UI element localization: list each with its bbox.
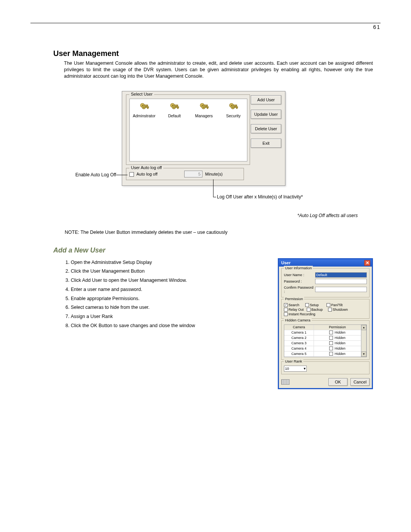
hidden-camera-legend: Hidden Camera xyxy=(284,318,312,322)
close-icon[interactable]: ✕ xyxy=(364,260,370,266)
permission-instant-recording[interactable]: Instant Recording xyxy=(284,312,318,316)
subsection-title: Add a New User xyxy=(53,246,373,254)
user-rank-select[interactable]: 10 ▾ xyxy=(284,366,307,372)
chevron-down-icon: ▾ xyxy=(304,366,306,371)
keys-icon xyxy=(139,101,150,112)
permission-label: Backup xyxy=(311,308,323,312)
scroll-down-icon[interactable]: ▾ xyxy=(361,351,366,357)
section-title: User Management xyxy=(53,49,373,58)
user-item[interactable]: Adminstrator xyxy=(133,101,156,118)
autolog-checkbox[interactable] xyxy=(129,172,134,177)
user-rank-value: 10 xyxy=(285,366,289,371)
permission-setup[interactable]: Setup xyxy=(305,303,325,307)
camera-header-name: Camera xyxy=(284,325,314,330)
user-info-legend: User Information xyxy=(284,266,313,270)
step-item: Select cameras to hide from the user. xyxy=(71,303,270,312)
checkbox-icon xyxy=(327,303,330,307)
confirm-password-input[interactable] xyxy=(315,287,367,292)
keys-icon xyxy=(228,101,239,112)
ok-button[interactable]: OK xyxy=(328,378,347,386)
svg-point-5 xyxy=(143,106,144,107)
permission-label: Setup xyxy=(310,303,319,307)
checkbox-icon xyxy=(329,341,333,345)
step-item: Click the User Management Button xyxy=(71,267,270,276)
step-item: Enable appropriate Permissions. xyxy=(71,294,270,304)
autolog-minutes-unit: Minute(s) xyxy=(205,172,223,176)
camera-permission-cell[interactable]: Hidden xyxy=(314,346,361,351)
camera-row: Camera 2Hidden xyxy=(284,335,361,341)
step-item: Assign a User Rank xyxy=(71,312,270,321)
camera-name: Camera 2 xyxy=(284,335,314,341)
camera-permission-label: Hidden xyxy=(335,347,346,350)
permission-legend: Permission xyxy=(284,297,304,301)
username-input[interactable]: Default xyxy=(315,272,367,278)
scroll-up-icon[interactable]: ▴ xyxy=(361,325,366,330)
checkbox-icon xyxy=(305,303,309,307)
camera-header-perm: Permission xyxy=(314,325,361,330)
permission-shutdown[interactable]: Shutdown xyxy=(328,308,348,312)
svg-rect-15 xyxy=(177,107,178,109)
permission-relay-out[interactable]: Relay Out xyxy=(284,308,305,312)
footnote-autolog: *Auto Log Off affects all users xyxy=(53,213,358,218)
permission-label: Shutdown xyxy=(333,308,348,312)
svg-rect-7 xyxy=(147,107,148,109)
callout-enable-autolog: Enable Auto Log Off xyxy=(75,172,116,177)
user-management-dialog: Select User AdminstratorDefaultManagersS… xyxy=(122,91,285,186)
select-user-legend: Select User xyxy=(129,92,154,96)
camera-permission-cell[interactable]: Hidden xyxy=(314,341,361,346)
checkbox-icon xyxy=(307,308,311,312)
camera-permission-cell[interactable]: Hidden xyxy=(314,335,361,341)
page-number: 61 xyxy=(30,24,381,30)
user-dialog: User ✕ User Information User Name : Defa… xyxy=(278,258,373,389)
svg-point-29 xyxy=(233,106,234,107)
password-input[interactable] xyxy=(315,279,367,284)
checkbox-icon xyxy=(329,331,333,334)
add-user-button[interactable]: Add User xyxy=(251,95,281,104)
permission-pan-tilt[interactable]: Pan/Tilt xyxy=(327,303,346,307)
checkbox-icon xyxy=(284,312,288,316)
scrollbar-track[interactable] xyxy=(361,330,366,351)
camera-row: Camera 5Hidden xyxy=(284,351,361,357)
user-item[interactable]: Default xyxy=(164,101,185,118)
select-user-list[interactable]: AdminstratorDefaultManagersSecurity xyxy=(129,99,247,161)
step-item: Click Add User to open the User Manageme… xyxy=(71,276,270,285)
svg-point-13 xyxy=(174,106,175,107)
camera-permission-cell[interactable]: Hidden xyxy=(314,330,361,335)
exit-button[interactable]: Exit xyxy=(251,139,281,148)
camera-permission-label: Hidden xyxy=(335,352,346,356)
checkbox-icon xyxy=(284,308,288,312)
permission-search[interactable]: ✓Search xyxy=(284,303,304,307)
svg-rect-23 xyxy=(207,107,208,109)
confirm-password-label: Confirm Password : xyxy=(284,285,314,294)
camera-permission-label: Hidden xyxy=(335,331,346,334)
camera-row: Camera 1Hidden xyxy=(284,330,361,335)
note-delete-user: NOTE: The Delete User Button immediately… xyxy=(65,230,373,235)
username-label: User Name : xyxy=(284,273,314,277)
keys-icon xyxy=(169,101,180,112)
user-item[interactable]: Security xyxy=(223,101,244,118)
permission-label: Relay Out xyxy=(288,308,304,312)
user-item-label: Managers xyxy=(195,113,213,118)
update-user-button[interactable]: Update User xyxy=(251,110,281,119)
camera-permission-label: Hidden xyxy=(335,341,346,345)
keyboard-icon[interactable] xyxy=(281,379,290,385)
checkbox-icon xyxy=(329,347,333,350)
camera-row: Camera 4Hidden xyxy=(284,346,361,351)
delete-user-button[interactable]: Delete User xyxy=(251,124,281,133)
checkbox-icon xyxy=(329,336,333,340)
permission-backup[interactable]: Backup xyxy=(307,308,327,312)
user-item[interactable]: Managers xyxy=(193,101,214,118)
camera-permission-cell[interactable]: Hidden xyxy=(314,351,361,357)
autolog-minutes-input[interactable]: 5 xyxy=(184,171,202,177)
permission-label: Instant Recording xyxy=(288,312,315,316)
password-label: Password : xyxy=(284,279,314,283)
camera-name: Camera 4 xyxy=(284,346,314,351)
camera-name: Camera 3 xyxy=(284,341,314,346)
user-item-label: Security xyxy=(226,113,241,118)
camera-name: Camera 5 xyxy=(284,351,314,357)
section-paragraph: The User Management Console allows the a… xyxy=(64,60,373,80)
callout-logoff-inactivity: Log Off User after x Minute(s) of Inacti… xyxy=(217,194,303,200)
cancel-button[interactable]: Cancel xyxy=(350,378,370,386)
user-rank-legend: User Rank xyxy=(284,359,303,363)
autolog-checkbox-label: Auto log off xyxy=(136,172,157,176)
